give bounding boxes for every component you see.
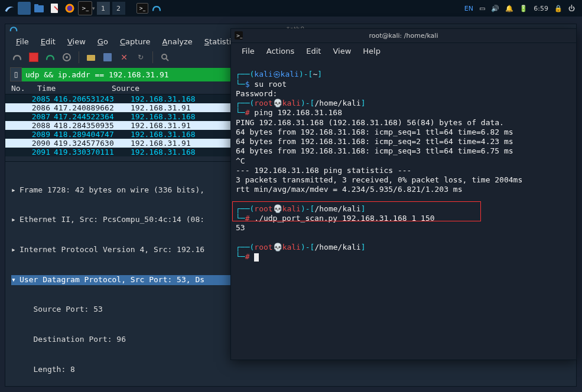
power-icon[interactable]: ⏻: [568, 5, 575, 12]
detail-src-port[interactable]: Source Port: 53: [19, 305, 103, 315]
col-header-no[interactable]: No.: [8, 84, 37, 93]
workspace-1[interactable]: 1: [97, 2, 110, 15]
notification-icon[interactable]: 🔔: [505, 5, 513, 12]
svg-point-4: [67, 6, 73, 11]
cmd-su-root: su root: [254, 80, 287, 89]
detail-dst-port[interactable]: Destination Port: 96: [19, 335, 126, 345]
taskbar-wireshark-window[interactable]: [149, 1, 164, 15]
cmd-ping: ping 192.168.31.168: [254, 108, 342, 117]
terminal-menubar: File Actions Edit View Help: [231, 43, 576, 59]
open-file-button[interactable]: [84, 50, 98, 64]
menu-capture[interactable]: Capture: [115, 36, 155, 47]
terminal-body[interactable]: ┌──(kali㉿kali)-[~] └─$ su root Password:…: [231, 59, 576, 360]
detail-length[interactable]: Length: 8: [19, 365, 75, 375]
workspace-2[interactable]: 2: [112, 2, 125, 15]
app-terminal-icon[interactable]: >_: [78, 1, 92, 15]
svg-line-10: [166, 58, 168, 61]
filter-bookmark-icon[interactable]: ▯: [10, 67, 22, 81]
ctrl-c: ^C: [236, 156, 245, 165]
app-firefox-icon[interactable]: [63, 1, 77, 15]
col-header-source[interactable]: Source: [112, 84, 218, 93]
lang-indicator[interactable]: EN: [464, 5, 473, 12]
lock-icon[interactable]: 🔒: [554, 5, 563, 12]
ping-output-header: PING 192.168.31.168 (192.168.31.168) 56(…: [236, 118, 504, 127]
svg-rect-7: [87, 55, 95, 61]
volume-icon[interactable]: 🔊: [491, 5, 499, 12]
svg-rect-1: [34, 4, 38, 6]
terminal-logo-icon: >_: [235, 31, 243, 40]
ping-output-line: 64 bytes from 192.168.31.168: icmp_seq=1…: [236, 128, 513, 136]
detail-eth[interactable]: Ethernet II, Src: PcsCompu_50:4c:14 (08:: [19, 215, 204, 225]
app-dolphin-icon[interactable]: [18, 2, 31, 15]
terminal-titlebar[interactable]: >_ root@kali: /home/kali: [231, 29, 576, 43]
stop-capture-button[interactable]: [27, 50, 41, 64]
menu-edit[interactable]: Edit: [36, 36, 60, 47]
save-file-button[interactable]: [100, 50, 115, 64]
menu-file[interactable]: File: [11, 36, 34, 47]
term-menu-actions[interactable]: Actions: [262, 45, 300, 57]
term-menu-help[interactable]: Help: [358, 45, 385, 57]
udp-scan-output: 53: [236, 223, 245, 232]
password-prompt: Password:: [236, 89, 277, 98]
terminal-cursor: [254, 253, 259, 262]
start-capture-button[interactable]: [10, 50, 24, 64]
reload-button[interactable]: ↻: [134, 50, 148, 64]
svg-text:>_: >_: [236, 33, 243, 38]
ping-output-line: 64 bytes from 192.168.31.168: icmp_seq=2…: [236, 137, 513, 146]
close-file-button[interactable]: ✕: [117, 50, 131, 64]
menu-analyze[interactable]: Analyze: [158, 36, 197, 47]
wireshark-logo-icon: [9, 24, 18, 34]
taskbar: >_ ▾ 1 2 >_ EN ▭ 🔊 🔔 🔋 6:59 🔒 ⏻: [0, 0, 582, 17]
svg-point-9: [162, 54, 167, 59]
restart-capture-button[interactable]: [43, 50, 57, 64]
ping-stats-line: 3 packets transmitted, 3 received, 0% pa…: [236, 175, 522, 184]
app-files-icon[interactable]: [32, 1, 46, 15]
kali-menu-icon[interactable]: [2, 1, 17, 15]
ping-stats-header: --- 192.168.31.168 ping statistics ---: [236, 166, 411, 175]
find-button[interactable]: [158, 50, 172, 64]
ping-output-line: 64 bytes from 192.168.31.168: icmp_seq=3…: [236, 146, 513, 155]
term-menu-file[interactable]: File: [237, 45, 259, 57]
detail-ip[interactable]: Internet Protocol Version 4, Src: 192.16: [19, 245, 204, 255]
menu-go[interactable]: Go: [93, 36, 113, 47]
term-menu-view[interactable]: View: [328, 45, 356, 57]
detail-frame[interactable]: Frame 1728: 42 bytes on wire (336 bits),: [19, 185, 204, 195]
term-menu-edit[interactable]: Edit: [301, 45, 326, 57]
taskbar-terminal-window[interactable]: >_: [136, 3, 148, 14]
svg-rect-8: [103, 53, 112, 61]
col-header-time[interactable]: Time: [37, 84, 112, 93]
clock[interactable]: 6:59: [534, 5, 548, 12]
svg-point-6: [66, 56, 68, 58]
menu-view[interactable]: View: [63, 36, 90, 47]
battery-icon[interactable]: 🔋: [519, 5, 528, 12]
highlight-box: [232, 201, 481, 221]
capture-options-button[interactable]: [60, 50, 74, 64]
detail-udp[interactable]: User Datagram Protocol, Src Port: 53, Ds: [19, 275, 204, 285]
ping-stats-line: rtt min/avg/max/mdev = 4.234/5.935/6.821…: [236, 185, 463, 194]
terminal-window: >_ root@kali: /home/kali File Actions Ed…: [230, 28, 577, 360]
display-icon[interactable]: ▭: [479, 5, 485, 12]
terminal-title: root@kali: /home/kali: [369, 32, 438, 40]
app-editor-icon[interactable]: [47, 1, 61, 15]
